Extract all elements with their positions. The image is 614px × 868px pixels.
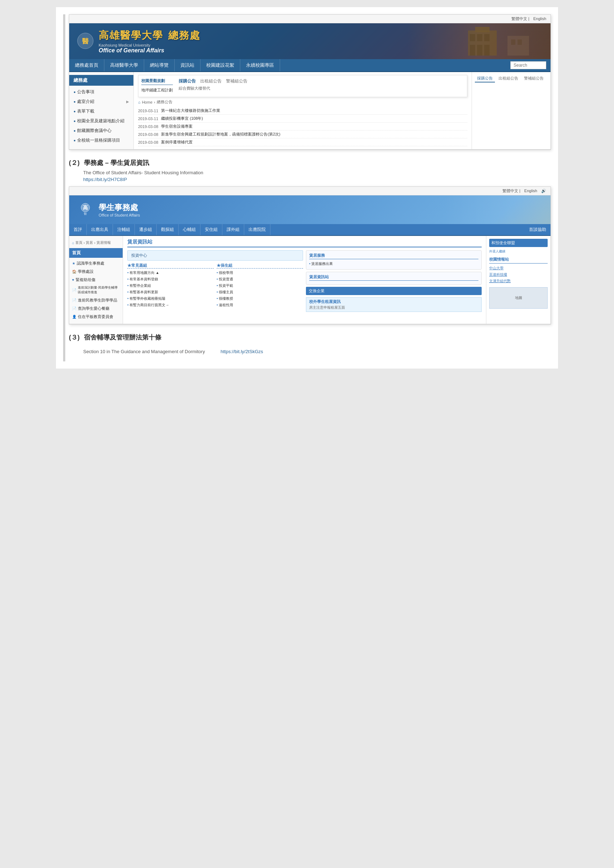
- kmu-bullet-1: ●: [73, 100, 76, 104]
- sa-housing-col1-item-5[interactable]: 有暫力商目前行面黑文→: [127, 302, 214, 308]
- sa-housing-col1-item-0[interactable]: 有常用地圖方向 ▲: [127, 270, 214, 276]
- kmu-right-tab-1[interactable]: 出租組公告: [496, 75, 520, 82]
- sa-nav-right-item[interactable]: 首談協助: [529, 226, 546, 232]
- sa-nav-6[interactable]: 安住組: [200, 224, 222, 235]
- sa-lang-zh[interactable]: 繁體中文: [502, 189, 518, 193]
- section2-title-en: The Office of Student Affairs- Student H…: [83, 170, 551, 175]
- kmu-right-panel: 採購公告 出租組公告 警補組公告: [471, 72, 550, 149]
- kmu-logo-text: 高雄醫學大學 總務處 Kaohsiung Medical University …: [99, 29, 200, 54]
- kmu-sidebar-title: 總務處: [69, 75, 133, 86]
- kmu-nav-green[interactable]: 永續校園專區: [240, 59, 280, 71]
- kmu-home-icon: ⌂: [138, 100, 141, 104]
- sa-housing-col1-item-4[interactable]: 有暫學外收藏相冊拓陽: [127, 295, 214, 302]
- kmu-lang-zh[interactable]: 繁體中文: [512, 17, 527, 21]
- sa-bc-home-icon: ⌂: [72, 241, 74, 245]
- kmu-nav: 總務處首頁 高雄醫學大學 網站導覽 資訊站 校園建設花絮 永續校園專區: [69, 59, 550, 72]
- sa-housing-col2-item-0[interactable]: 很校學用: [217, 270, 303, 276]
- kmu-bullet-2: ●: [73, 109, 76, 113]
- sa-right-sub: 外退人繼續: [489, 249, 548, 254]
- kmu-search-input[interactable]: [510, 61, 546, 69]
- kmu-sidebar-item-0[interactable]: ● 公告事項: [69, 87, 133, 97]
- kmu-nav-sitemap[interactable]: 網站導覽: [144, 59, 175, 71]
- svg-rect-12: [518, 39, 522, 45]
- sa-exchange-label: 交換企業: [309, 288, 324, 293]
- kmu-office-en: Office of General Affairs: [99, 47, 200, 54]
- sa-right-panel: 和預使全聯盟 外退人繼續 校園情報站 中山大學 至達科技樓 文溝升組代艷 地圖: [486, 236, 550, 324]
- kmu-sidebar-item-5[interactable]: ● 全校統一規格採購項目: [69, 135, 133, 145]
- sa-right-panel-header: 和預使全聯盟: [489, 239, 548, 247]
- kmu-dropdown-item-1[interactable]: 地坪鋪建工程計劃: [141, 87, 173, 94]
- sa-nav-7[interactable]: 課外組: [222, 224, 244, 235]
- sa-sidebar-item-1[interactable]: 🏠 學務處設: [69, 267, 122, 276]
- sa-housing-col2-item-5[interactable]: 遠租性用: [217, 302, 303, 308]
- sa-nav-2[interactable]: 注輔組: [113, 224, 135, 235]
- sa-right-panel-title: 和預使全聯盟: [492, 240, 515, 245]
- sa-sidebar-item-5[interactable]: 📄 查詢學生愛心餐廳: [69, 304, 122, 313]
- sa-lang-en[interactable]: English: [524, 189, 537, 193]
- kmu-tab-rent[interactable]: 出租組公告: [200, 78, 222, 84]
- sa-card-0-item-0[interactable]: 賃居服務出果: [309, 260, 478, 267]
- sa-speaker-icon[interactable]: 🔊: [541, 189, 546, 193]
- svg-rect-7: [470, 45, 475, 56]
- kmu-lang-en[interactable]: English: [533, 17, 546, 21]
- sa-nav-3[interactable]: 遷步組: [135, 224, 157, 235]
- sa-person-icon: 👤: [72, 315, 76, 319]
- section2-link[interactable]: https://bit.ly/2H7C8IP: [83, 177, 127, 182]
- sa-nav-4[interactable]: 觀探組: [157, 224, 178, 235]
- sa-nav-0[interactable]: 首評: [69, 224, 87, 235]
- sa-sidebar-item-0[interactable]: ★ 認識學生事務處: [69, 259, 122, 267]
- kmu-nav-home[interactable]: 總務處首頁: [69, 59, 104, 71]
- kmu-title-cn: 高雄醫學大學 總務處: [99, 29, 200, 42]
- kmu-dropdown-col-1: 校園景觀規劃 地坪鋪建工程計劃: [141, 78, 173, 94]
- sa-doc-icon-1: 📄: [72, 298, 76, 302]
- sa-housing-col2-item-1[interactable]: 投資普通: [217, 276, 303, 282]
- sa-map-placeholder: 地圖: [489, 287, 548, 309]
- kmu-breadcrumb-home: Home: [142, 100, 152, 104]
- sa-sidebar-item-6[interactable]: 👤 住在平板教育委員會: [69, 313, 122, 321]
- kmu-right-tab-2[interactable]: 警補組公告: [522, 75, 546, 82]
- sa-link-item-1[interactable]: 至達科技樓: [489, 271, 548, 278]
- kmu-header: 醫 高雄醫學大學 總務處 Kaohsiung Medical Universit…: [69, 23, 550, 59]
- kmu-dropdown-col-2: 採購公告 出租組公告 警補組公告 綜合費驗大樓替代: [178, 78, 248, 94]
- sa-nav-right: 首談協助: [525, 224, 550, 235]
- sa-logo-text: 學生事務處 Office of Student Affairs: [99, 202, 140, 217]
- sa-housing-col1-item-3[interactable]: 有暫基本資料更新: [127, 289, 214, 295]
- kmu-sidebar-item-3[interactable]: ● 校園全景及建築地點介紹: [69, 116, 133, 126]
- sa-housing-col2-item-4[interactable]: 很樓教授: [217, 295, 303, 302]
- kmu-nav-university[interactable]: 高雄醫學大學: [104, 59, 144, 71]
- sa-nav-5[interactable]: 心輔組: [178, 224, 200, 235]
- sa-link-item-0[interactable]: 中山大學: [489, 265, 548, 271]
- sa-link-item-2[interactable]: 文溝升組代艷: [489, 278, 548, 284]
- section3-title-en: Section 10 in The Guidance and Managemen…: [83, 349, 205, 354]
- kmu-nav-info[interactable]: 資訊站: [175, 59, 200, 71]
- sa-heart-icon: ♥: [72, 278, 74, 282]
- sa-housing-col1-item-1[interactable]: 有常基本資料登錄: [127, 276, 214, 282]
- kmu-tab-purchase[interactable]: 採購公告: [178, 78, 196, 84]
- kmu-subtitle-en: Kaohsiung Medical University: [99, 43, 200, 47]
- sa-sidebar-item-2[interactable]: ♥ 緊複助坦傷: [69, 276, 122, 284]
- sa-housing-col2-item-3[interactable]: 很樓主員: [217, 289, 303, 295]
- svg-rect-5: [477, 34, 482, 41]
- svg-rect-8: [477, 45, 482, 56]
- sa-housing-col1-item-2[interactable]: 有暫停企業組: [127, 282, 214, 289]
- section3-link[interactable]: https://bit.ly/2tSkGzs: [220, 349, 263, 354]
- sa-nav-8[interactable]: 出應院院: [244, 224, 270, 235]
- kmu-sidebar-item-2[interactable]: ● 表單下載: [69, 107, 133, 116]
- kmu-right-tab-0[interactable]: 採購公告: [475, 75, 495, 82]
- sa-nav-1[interactable]: 出應出具: [87, 224, 113, 235]
- sa-sidebar-breadcrumb: ⌂ 首頁 › 賃居 › 賃居情報: [69, 239, 122, 246]
- sa-sidebar-item-4[interactable]: 📄 進前民教學生防學學品: [69, 296, 122, 304]
- kmu-main-content: 校園景觀規劃 地坪鋪建工程計劃 採購公告 出租組公告 警補組公告: [134, 72, 471, 149]
- kmu-sidebar-item-4[interactable]: ● 館藏圖際會議中心: [69, 126, 133, 135]
- kmu-nav-campus[interactable]: 校園建設花絮: [200, 59, 240, 71]
- kmu-tab-security[interactable]: 警補組公告: [226, 78, 248, 84]
- sa-info-text: 投資中心: [131, 253, 147, 257]
- sa-two-col: 投資中心 ★常見蒸組 有常用地圖方向 ▲ 有常基本資料登錄 有暫停企業組 有暫基…: [127, 250, 482, 312]
- kmu-bullet-0: ●: [73, 90, 76, 94]
- kmu-logo-icon: 醫: [76, 32, 94, 51]
- sa-housing-col2-item-2[interactable]: 投資平範: [217, 282, 303, 289]
- kmu-sidebar-item-1[interactable]: ● 處室介紹 ▶: [69, 97, 133, 107]
- kmu-news-row-3: 2019-03-08 新進學生宿舍興建工程規劃設計整地案，函備招標案護輕公告(第…: [138, 130, 467, 138]
- sa-sidebar-item-3[interactable]: 📄 進前深討劃量·民助學生輔導區或城市推進: [69, 284, 122, 296]
- kmu-arrow-1: ▶: [126, 100, 129, 104]
